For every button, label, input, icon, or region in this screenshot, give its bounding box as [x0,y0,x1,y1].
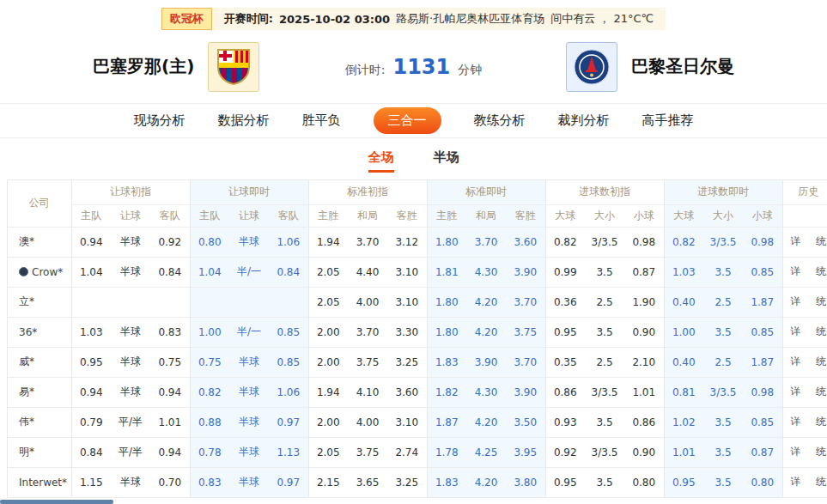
odds-cell: 0.82 [664,227,703,257]
home-team-crest-icon [216,48,252,86]
odds-cell: 0.40 [664,287,703,317]
nav-tab-5[interactable]: 教练分析 [474,112,526,129]
column-header: 和局 [348,204,387,227]
odds-cell: 0.87 [743,437,782,467]
crown-logo-icon [19,267,28,276]
odds-cell: 3.5 [703,317,743,347]
nav-tab-1[interactable]: 现场分析 [134,112,185,129]
away-team-crest-icon [573,48,611,86]
odds-cell: 2.10 [624,347,664,377]
detail-link-cell: 详 [782,437,808,467]
detail-link[interactable]: 详 [790,235,800,247]
column-header: 主胜 [427,204,466,227]
odds-cell: 3.70 [348,227,387,257]
detail-link[interactable]: 详 [790,325,800,337]
company-cell: Crow* [8,257,71,287]
odds-cell: 4.20 [466,407,506,437]
nav-tab-6[interactable]: 裁判分析 [558,112,610,129]
column-group-5: 进球数初指 [545,180,664,204]
subtab-1[interactable]: 全场 [368,149,394,173]
odds-cell: 0.90 [624,317,664,347]
table-row: 澳*0.94半球0.920.80半球1.061.943.703.121.803.… [8,227,827,257]
odds-cell: 1.00 [190,317,229,347]
odds-cell: 0.94 [150,437,190,467]
odds-cell: 0.40 [664,347,703,377]
odds-cell: 0.97 [269,407,308,437]
stats-link[interactable]: 统 [816,295,826,307]
odds-cell: 半球 [111,257,150,287]
detail-link-cell: 详 [782,227,808,257]
company-cell: 伟* [8,407,71,437]
table-row: 立*2.054.003.101.804.203.700.362.51.900.4… [8,287,827,317]
odds-cell: 0.85 [269,317,308,347]
stats-link[interactable]: 统 [816,235,826,247]
stats-link[interactable]: 统 [816,416,826,428]
column-group-3: 标准初指 [308,180,427,204]
nav-tab-3[interactable]: 胜平负 [302,112,341,129]
home-team-crest-box [208,42,259,92]
detail-link[interactable]: 详 [790,355,800,367]
subtab-2[interactable]: 半场 [434,149,459,173]
horizontal-scrollbar-thumb[interactable] [0,500,113,504]
kickoff-info: 开赛时间: 2025-10-02 03:00 路易斯·孔帕尼奥林匹亚体育场 间中… [212,8,666,30]
stats-link[interactable]: 统 [816,386,826,398]
detail-link[interactable]: 详 [790,265,800,277]
nav-tab-2[interactable]: 数据分析 [218,112,270,129]
match-header: 巴塞罗那(主) [0,30,827,104]
table-group-header-row: 公司让球初指让球即时标准初指标准即时进球数初指进球数即时历史 [8,180,827,204]
stats-link[interactable]: 统 [816,325,826,337]
odds-cell: 0.85 [269,347,308,377]
column-group-2: 让球即时 [190,180,308,204]
odds-cell: 1.78 [427,437,466,467]
odds-cell: 半球 [229,467,269,497]
odds-cell: 半球 [111,227,150,257]
odds-cell: 2.5 [703,347,743,377]
detail-link[interactable]: 详 [790,295,800,307]
odds-cell [269,287,308,317]
odds-cell: 3/3.5 [585,377,624,407]
detail-link-cell: 详 [782,287,808,317]
odds-cell: 2.00 [308,347,348,377]
odds-cell: 1.04 [71,257,111,287]
odds-cell: 0.80 [743,467,782,497]
odds-cell: 3.25 [387,467,427,497]
odds-cell: 2.00 [308,317,348,347]
odds-cell: 3.90 [506,257,545,287]
odds-cell: 1.80 [427,287,466,317]
odds-cell: 0.92 [150,227,190,257]
odds-cell: 4.25 [466,437,506,467]
stats-link-cell: 统 [808,377,827,407]
stats-link-cell: 统 [808,257,827,287]
odds-cell: 3/3.5 [585,437,624,467]
column-group-4: 标准即时 [427,180,545,204]
nav-tab-4[interactable]: 三合一 [374,107,441,134]
table-row: 威*0.95半球0.750.75半球0.852.003.753.251.833.… [8,347,827,377]
odds-cell: 0.85 [743,407,782,437]
detail-link[interactable]: 详 [790,416,800,428]
odds-cell: 1.02 [664,407,703,437]
stats-link[interactable]: 统 [816,355,826,367]
odds-cell: 半球 [229,437,269,467]
detail-link[interactable]: 详 [790,386,800,398]
odds-cell: 0.90 [624,437,664,467]
column-header: 和局 [466,204,506,227]
nav-tab-7[interactable]: 高手推荐 [642,112,694,129]
stats-link[interactable]: 统 [816,476,826,488]
detail-link[interactable]: 详 [790,476,800,488]
odds-cell: 0.79 [71,407,111,437]
odds-cell: 4.10 [348,377,387,407]
odds-cell: 3.70 [506,287,545,317]
odds-cell: 平/半 [111,437,150,467]
odds-cell [150,287,190,317]
odds-cell: 1.13 [269,437,308,467]
odds-cell: 半球 [111,377,150,407]
column-header: 大球 [545,204,585,227]
stats-link[interactable]: 统 [816,446,826,458]
odds-cell: 1.90 [624,287,664,317]
odds-cell: 0.88 [190,407,229,437]
odds-cell: 0.35 [545,347,585,377]
odds-cell: 0.87 [624,257,664,287]
stats-link[interactable]: 统 [816,265,826,277]
detail-link[interactable]: 详 [790,446,800,458]
column-header: 大球 [664,204,703,227]
